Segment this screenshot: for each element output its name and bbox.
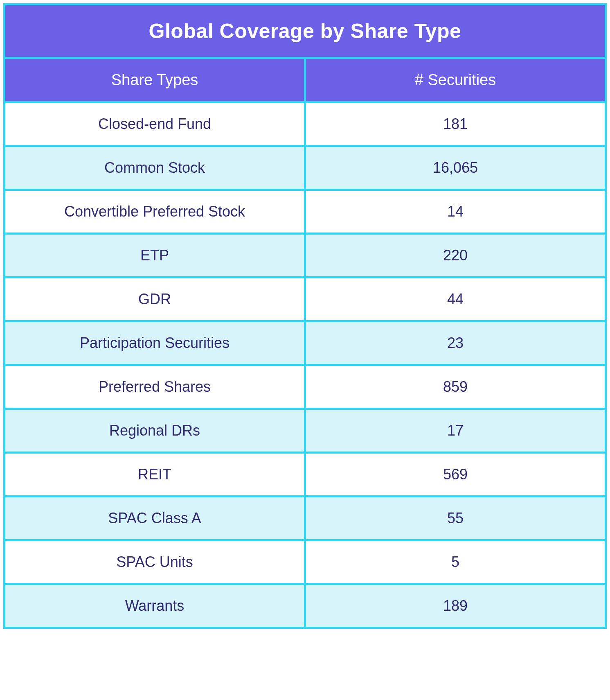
cell-label: ETP (5, 235, 306, 278)
table-header-row: Share Types # Securities (5, 59, 605, 103)
table-title: Global Coverage by Share Type (5, 5, 605, 59)
cell-value: 859 (306, 366, 605, 410)
cell-value: 17 (306, 410, 605, 454)
col-header-securities: # Securities (306, 59, 605, 103)
cell-value: 220 (306, 235, 605, 278)
cell-value: 55 (306, 497, 605, 541)
cell-label: SPAC Class A (5, 497, 306, 541)
cell-value: 569 (306, 454, 605, 497)
cell-label: GDR (5, 278, 306, 322)
cell-label: Common Stock (5, 147, 306, 191)
table-row: Preferred Shares 859 (5, 366, 605, 410)
cell-value: 23 (306, 322, 605, 366)
cell-value: 14 (306, 191, 605, 235)
table-row: Common Stock 16,065 (5, 147, 605, 191)
table-row: Regional DRs 17 (5, 410, 605, 454)
cell-label: Closed-end Fund (5, 103, 306, 147)
cell-label: REIT (5, 454, 306, 497)
cell-label: Participation Securities (5, 322, 306, 366)
cell-value: 44 (306, 278, 605, 322)
cell-value: 16,065 (306, 147, 605, 191)
table-row: Participation Securities 23 (5, 322, 605, 366)
table-row: REIT 569 (5, 454, 605, 497)
table-row: Convertible Preferred Stock 14 (5, 191, 605, 235)
coverage-table: Global Coverage by Share Type Share Type… (3, 3, 607, 629)
cell-value: 5 (306, 541, 605, 585)
cell-label: Convertible Preferred Stock (5, 191, 306, 235)
table-row: ETP 220 (5, 235, 605, 278)
cell-value: 189 (306, 585, 605, 627)
table-row: Closed-end Fund 181 (5, 103, 605, 147)
cell-label: Regional DRs (5, 410, 306, 454)
cell-label: SPAC Units (5, 541, 306, 585)
table-row: GDR 44 (5, 278, 605, 322)
table-row: Warrants 189 (5, 585, 605, 627)
table-row: SPAC Class A 55 (5, 497, 605, 541)
col-header-share-types: Share Types (5, 59, 306, 103)
table-row: SPAC Units 5 (5, 541, 605, 585)
cell-label: Preferred Shares (5, 366, 306, 410)
cell-label: Warrants (5, 585, 306, 627)
cell-value: 181 (306, 103, 605, 147)
